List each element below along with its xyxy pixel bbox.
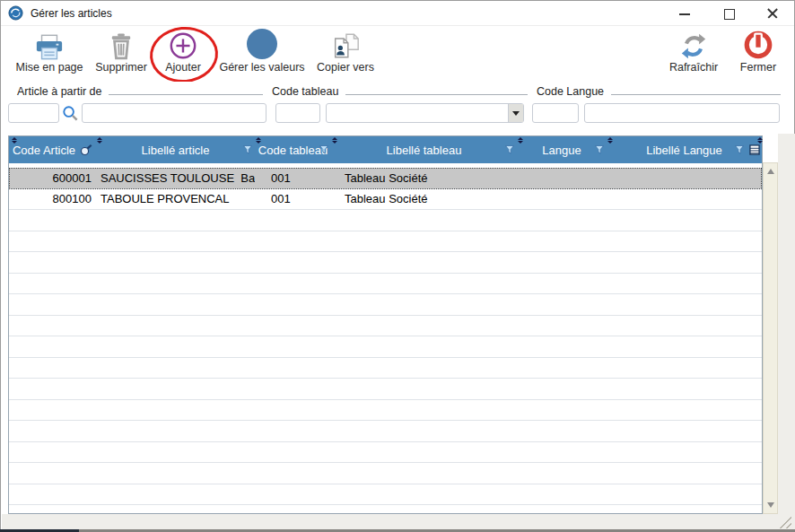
printer-icon	[35, 28, 64, 60]
column-header-code-tableau[interactable]: Code tableau	[255, 136, 331, 163]
table-row[interactable]: 800100 TABOULE PROVENCAL 001 Tableau Soc…	[9, 189, 762, 211]
table-row-empty[interactable]	[9, 379, 762, 400]
filter-label-code-tableau: Code tableau	[263, 85, 345, 98]
filter-icon[interactable]	[595, 145, 604, 154]
gerer-les-valeurs-label: Gérer les valeurs	[219, 61, 304, 74]
cell-code-article: 600001	[9, 171, 96, 185]
table-row-empty[interactable]	[9, 316, 762, 337]
scroll-down-icon[interactable]	[764, 498, 777, 512]
sort-caret-icon	[11, 137, 17, 144]
table-row-empty[interactable]	[9, 294, 762, 316]
chevron-down-icon[interactable]	[508, 104, 523, 122]
column-header-libelle-tableau[interactable]: Libellé tableau	[331, 136, 517, 163]
copy-pages-icon	[330, 28, 361, 60]
ajouter-label: Ajouter	[165, 61, 201, 74]
code-tableau-combobox[interactable]	[326, 103, 524, 123]
filter-label-code-langue: Code Langue	[528, 85, 611, 98]
sort-caret-icon	[756, 137, 763, 144]
code-tableau-input[interactable]	[275, 103, 320, 123]
window-frame-right	[778, 134, 795, 530]
ajouter-button[interactable]: Ajouter	[155, 28, 211, 74]
langue-libelle-input[interactable]	[584, 103, 780, 123]
plus-circle-icon	[169, 28, 197, 60]
gerer-les-valeurs-button[interactable]: Gérer les valeurs	[215, 28, 309, 74]
window-title: Gérer les articles	[31, 7, 112, 20]
maximize-button[interactable]	[721, 6, 736, 21]
rafraichir-label: Rafraîchir	[669, 61, 718, 74]
table-row-empty[interactable]	[9, 442, 762, 464]
table-row-empty[interactable]	[9, 231, 762, 253]
filter-group-article: Article à partir de	[8, 83, 263, 98]
minimize-button[interactable]	[677, 6, 692, 21]
column-label: Code tableau	[258, 144, 328, 157]
table-body: 600001 SAUCISSES TOULOUSE Barq 001 Table…	[9, 163, 762, 513]
copier-vers-label: Copier vers	[317, 61, 374, 74]
copier-vers-button[interactable]: Copier vers	[313, 28, 378, 74]
cell-code-tableau: 001	[255, 192, 331, 205]
column-header-libelle-article[interactable]: Libellé article	[96, 136, 255, 163]
sort-caret-icon	[96, 137, 102, 144]
trash-icon	[109, 28, 133, 60]
table-wrap: Code Article Libellé article Co	[8, 135, 778, 514]
sort-caret-icon	[331, 137, 337, 144]
filter-group-code-tableau: Code tableau	[263, 83, 528, 98]
cell-libelle-tableau: Tableau Société	[331, 171, 517, 185]
table-row-empty[interactable]	[9, 336, 762, 358]
rafraichir-button[interactable]: Rafraîchir	[662, 28, 725, 74]
column-header-libelle-langue[interactable]: Libellé Langue	[607, 136, 762, 163]
table-row-empty[interactable]	[9, 400, 762, 422]
filter-section: Article à partir de Code tableau Code La…	[1, 82, 794, 134]
refresh-icon	[679, 28, 708, 60]
column-header-langue[interactable]: Langue	[517, 136, 607, 163]
filter-icon[interactable]	[243, 145, 252, 154]
article-code-input[interactable]	[8, 103, 59, 123]
sort-caret-icon	[517, 137, 523, 144]
search-icon[interactable]	[62, 105, 79, 125]
supprimer-button[interactable]: Supprimer	[92, 28, 150, 74]
cell-libelle-article: TABOULE PROVENCAL	[96, 192, 255, 205]
table-row-empty[interactable]	[9, 358, 762, 379]
table-row[interactable]: 600001 SAUCISSES TOULOUSE Barq 001 Table…	[9, 168, 762, 189]
column-label: Code Article	[13, 144, 75, 157]
fermer-button[interactable]: Fermer	[733, 28, 783, 74]
table-row-empty[interactable]	[9, 484, 762, 506]
mise-en-page-button[interactable]: Mise en page	[8, 28, 91, 74]
scroll-up-icon[interactable]	[764, 164, 777, 179]
table-row-empty[interactable]	[9, 252, 762, 274]
window-controls	[677, 1, 780, 26]
articles-table: Code Article Libellé article Co	[8, 135, 763, 514]
mise-en-page-label: Mise en page	[15, 61, 83, 74]
article-libelle-input[interactable]	[82, 103, 266, 123]
fermer-label: Fermer	[740, 61, 776, 74]
resize-grip[interactable]	[779, 516, 791, 528]
table-row-empty[interactable]	[9, 274, 762, 295]
table-row-empty[interactable]	[9, 421, 762, 442]
table-row-empty[interactable]	[9, 210, 762, 231]
toolbar: Mise en page Supprimer	[1, 26, 794, 82]
vertical-scrollbar[interactable]	[763, 162, 778, 514]
table-row-empty[interactable]	[9, 463, 762, 484]
combobox-value	[327, 104, 508, 122]
column-label: Langue	[542, 144, 581, 157]
filter-icon[interactable]	[735, 145, 744, 154]
column-header-code-article[interactable]: Code Article	[9, 136, 96, 163]
table-row-empty[interactable]	[9, 505, 762, 513]
code-langue-input[interactable]	[532, 103, 579, 123]
blue-circle-icon	[247, 28, 277, 60]
close-button[interactable]	[765, 6, 780, 21]
supprimer-label: Supprimer	[95, 61, 147, 74]
cell-libelle-article: SAUCISSES TOULOUSE Barq	[96, 171, 255, 185]
filter-group-code-langue: Code Langue	[528, 83, 781, 98]
column-chooser-icon[interactable]	[749, 144, 760, 156]
search-icon[interactable]	[80, 144, 92, 156]
filter-icon[interactable]	[505, 145, 514, 154]
cell-code-tableau: 001	[255, 171, 331, 185]
cell-libelle-tableau: Tableau Société	[331, 192, 517, 205]
window: Gérer les articles Mise en page	[0, 0, 795, 532]
table-header: Code Article Libellé article Co	[9, 136, 762, 163]
sort-caret-icon	[255, 137, 261, 144]
cell-code-article: 800100	[9, 192, 96, 205]
filter-icon[interactable]	[319, 145, 328, 154]
sort-caret-icon	[607, 137, 613, 144]
window-frame-bottom	[2, 514, 793, 530]
